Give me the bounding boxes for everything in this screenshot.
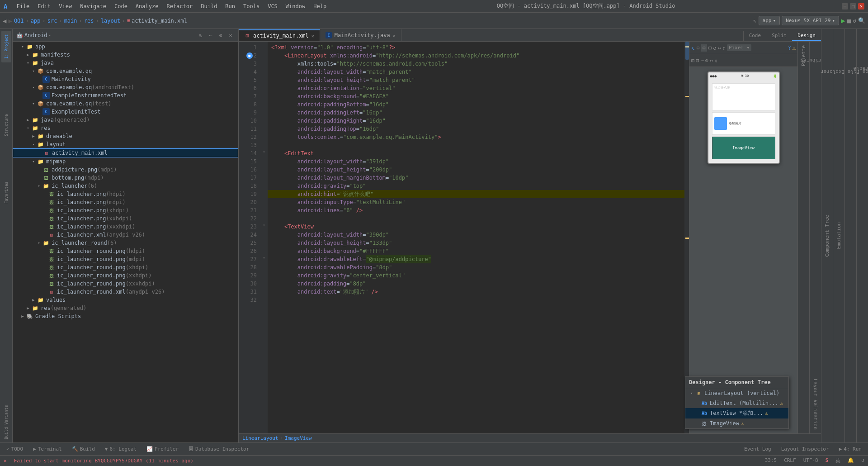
logcat-tab[interactable]: ▼ 6: Logcat	[100, 445, 141, 453]
tree-item-java-generated[interactable]: ▶ 📁 java (generated)	[13, 116, 238, 124]
menu-vcs[interactable]: VCS	[264, 2, 281, 10]
tree-item-ic-launcher-xml[interactable]: ▶ ⊞ ic_launcher.xml (anydpi-v26)	[13, 231, 238, 239]
tree-item-values[interactable]: ▶ 📁 values	[13, 296, 238, 304]
tree-item-bottom-png[interactable]: ▶ 🖼 bottom.png (mdpi)	[13, 174, 238, 182]
tab-activity-main-xml[interactable]: ⊞ activity_main.xml ✕	[239, 29, 320, 41]
tree-item-package-android-test[interactable]: ▾ 📦 com.example.qq (androidTest)	[13, 83, 238, 91]
tree-item-unit-test[interactable]: ▶ C ExampleUnitTest	[13, 108, 238, 116]
maximize-button[interactable]: □	[850, 3, 856, 10]
design-view-tab[interactable]: Design	[792, 31, 821, 41]
pixel-dropdown[interactable]: Pixel ▾	[727, 44, 751, 51]
zoom-out-icon[interactable]: ⊖	[696, 45, 699, 51]
collapse-all-icon[interactable]: ⇐	[207, 31, 215, 39]
tree-item-ic-launcher-round-mdpi[interactable]: ▶ 🖼 ic_launcher_round.png (mdpi)	[13, 255, 238, 263]
tree-item-ic-launcher-round-xhdpi[interactable]: ▶ 🖼 ic_launcher_round.png (xhdpi)	[13, 263, 238, 271]
attributes-label[interactable]: Attributes	[797, 57, 821, 63]
orient-v-icon[interactable]: ↕	[714, 57, 717, 64]
tree-item-res[interactable]: ▾ 📁 res	[13, 124, 238, 132]
ct-item-imageview[interactable]: ▶ 🖼 ImageView ⚠	[685, 418, 788, 428]
menu-run[interactable]: Run	[222, 2, 239, 10]
tree-item-gradle[interactable]: ▶ 🐘 Gradle Scripts	[13, 312, 238, 320]
run-button[interactable]: ▶	[841, 16, 845, 25]
help-icon[interactable]: ?	[788, 45, 791, 51]
bc-linearlayout[interactable]: LinearLayout	[242, 435, 278, 441]
tree-item-addpicture[interactable]: ▶ 🖼 addpicture.png (mdpi)	[13, 166, 238, 174]
design-grid-icon[interactable]: ⊟	[696, 57, 699, 64]
warning-icon[interactable]: ⚠	[793, 45, 796, 51]
close-button[interactable]: ✕	[858, 3, 864, 10]
tree-item-ic-launcher-round-xml[interactable]: ▶ ⊞ ic_launcher_round.xml (anydpi-v26)	[13, 288, 238, 296]
tree-item-app[interactable]: ▾ 📁 app	[13, 43, 238, 51]
tree-item-ic-launcher-xxxhdpi[interactable]: ▶ 🖼 ic_launcher.png (xxxhdpi)	[13, 223, 238, 231]
run-config-dropdown[interactable]: app ▾	[759, 16, 780, 25]
split-view-tab[interactable]: Split	[766, 31, 792, 41]
todo-tab[interactable]: ✓ TODO	[2, 445, 28, 453]
tab-close-button[interactable]: ✕	[311, 33, 314, 38]
tree-item-mipmap[interactable]: ▾ 📁 mipmap	[13, 157, 238, 166]
zoom-in-icon[interactable]: ⊕	[701, 44, 707, 52]
tree-item-manifests[interactable]: ▶ 📁 manifests	[13, 51, 238, 59]
breadcrumb-qq1[interactable]: QQ1	[14, 18, 24, 24]
design-options-icon[interactable]: ↔	[717, 45, 721, 51]
layout-inspector-tab[interactable]: Layout Inspector	[777, 445, 834, 453]
menu-file[interactable]: File	[13, 2, 33, 10]
tree-item-ic-launcher-hdpi[interactable]: ▶ 🖼 ic_launcher.png (hdpi)	[13, 190, 238, 198]
layout-validation-label[interactable]: Layout Validation	[812, 375, 818, 433]
breadcrumb-src[interactable]: src	[47, 18, 57, 24]
menu-build[interactable]: Build	[197, 2, 221, 10]
cursor-icon[interactable]: ↖	[753, 17, 757, 24]
event-log-tab[interactable]: Event Log	[740, 445, 776, 453]
terminal-tab[interactable]: ▶ Terminal	[28, 445, 66, 453]
zoom-fit-icon[interactable]: ⊡	[708, 45, 712, 51]
menu-analyze[interactable]: Analyze	[132, 2, 162, 10]
device-dropdown[interactable]: Nexus 5X API 29 ▾	[782, 16, 839, 25]
android-dropdown[interactable]: 🤖 Android ▾	[16, 32, 51, 38]
code-view-tab[interactable]: Code	[744, 31, 767, 41]
menu-view[interactable]: View	[55, 2, 75, 10]
hide-panel-icon[interactable]: ✕	[226, 31, 235, 39]
tree-item-ic-launcher-xxhdpi[interactable]: ▶ 🖼 ic_launcher.png (xxhdpi)	[13, 214, 238, 223]
palette-label[interactable]: Palette	[801, 42, 807, 70]
database-inspector-tab[interactable]: 🗄 Database Inspector	[184, 445, 254, 453]
scroll-thumb[interactable]	[685, 42, 689, 60]
cursor-design-icon[interactable]: ↖	[691, 44, 695, 52]
emulation-tab[interactable]: Emulation	[836, 219, 842, 253]
tree-item-layout[interactable]: ▾ 📁 layout	[13, 140, 238, 148]
tab-close-button[interactable]: ✕	[393, 33, 396, 38]
build-tab[interactable]: 🔨 Build	[67, 445, 99, 453]
menu-help[interactable]: Help	[310, 2, 330, 10]
ct-item-linearlayout[interactable]: ▾ ⊞ LinearLayout (vertical)	[685, 388, 788, 398]
orient-icon[interactable]: ↔	[710, 57, 713, 64]
menu-window[interactable]: Window	[282, 2, 309, 10]
ct-item-edittext[interactable]: ▶ Ab EditText (Multilin... ⚠	[685, 398, 788, 408]
menu-navigate[interactable]: Navigate	[76, 2, 110, 10]
code-content[interactable]: <?xml version="1.0" encoding="utf-8"?> <…	[268, 42, 684, 433]
tree-item-java[interactable]: ▾ 📁 java	[13, 59, 238, 67]
run-tab[interactable]: ▶ 4: Run	[835, 445, 866, 453]
tree-item-ic-launcher-round-folder[interactable]: ▾ 📁 ic_launcher_round (6)	[13, 239, 238, 247]
code-editor[interactable]: 1 ●2 3 4 5 6 7 8 9 10 11 12	[239, 42, 689, 433]
constraint-icon[interactable]: ⋯	[700, 57, 703, 64]
search-everywhere-button[interactable]: 🔍	[858, 17, 865, 24]
gradle-tab[interactable]: Gradle	[850, 66, 868, 71]
tree-item-activity-main-xml[interactable]: ▶ ⊞ activity_main.xml	[13, 148, 238, 157]
tree-item-package-main[interactable]: ▾ 📦 com.example.qq	[13, 67, 238, 75]
tree-item-instrumented-test[interactable]: ▶ C ExampleInstrumentedTest	[13, 91, 238, 100]
tree-item-drawable[interactable]: ▶ 📁 drawable	[13, 132, 238, 140]
breadcrumb-app[interactable]: app	[31, 18, 41, 24]
breakpoint-marker[interactable]: ●	[246, 52, 253, 59]
tree-item-mainactivity[interactable]: ▶ C MainActivity	[13, 75, 238, 83]
settings-icon[interactable]: ⚙	[217, 31, 225, 39]
tree-item-ic-launcher-mdpi[interactable]: ▶ 🖼 ic_launcher.png (mdpi)	[13, 198, 238, 206]
minimize-button[interactable]: ─	[842, 3, 848, 10]
resize-icon[interactable]: ↕	[722, 45, 726, 51]
palette-icon[interactable]: ⊞	[691, 57, 694, 64]
tree-item-ic-launcher-round-hdpi[interactable]: ▶ 🖼 ic_launcher_round.png (hdpi)	[13, 247, 238, 255]
tree-item-ic-launcher-xhdpi[interactable]: ▶ 🖼 ic_launcher.png (xhdpi)	[13, 206, 238, 214]
menu-edit[interactable]: Edit	[34, 2, 54, 10]
tree-item-package-test[interactable]: ▾ 📦 com.example.qq (test)	[13, 100, 238, 108]
menu-tools[interactable]: Tools	[240, 2, 263, 10]
tree-item-ic-launcher-folder[interactable]: ▾ 📁 ic_launcher (6)	[13, 182, 238, 190]
menu-refactor[interactable]: Refactor	[163, 2, 196, 10]
menu-code[interactable]: Code	[111, 2, 131, 10]
